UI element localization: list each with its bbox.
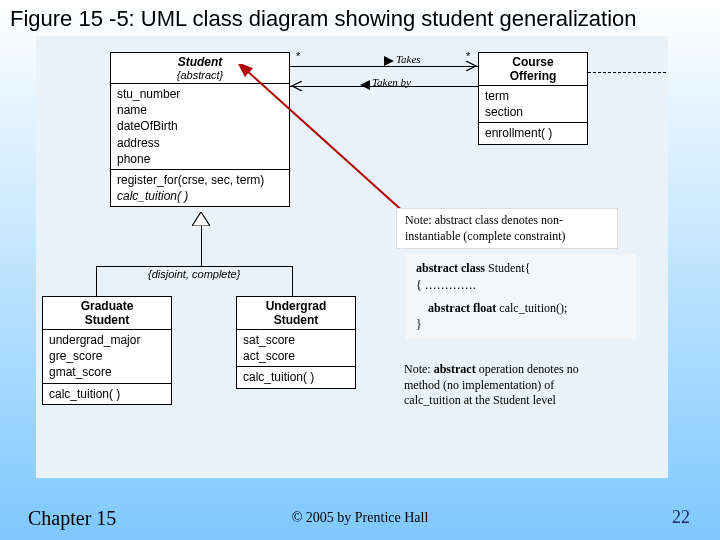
gen-constraint: {disjoint, complete} <box>148 268 240 280</box>
figure-title: Figure 15 -5: UML class diagram showing … <box>0 0 720 38</box>
mult-course: * <box>466 50 470 62</box>
class-ugrad-name: Undergrad Student <box>243 299 349 327</box>
gen-line-top <box>201 226 202 266</box>
generalization-triangle <box>192 212 208 226</box>
svg-marker-2 <box>192 212 210 226</box>
diagram-canvas: Student {abstract} stu_number name dateO… <box>36 36 668 478</box>
code-abstract-student: abstract class Student{ { …………. xxabstra… <box>406 254 636 339</box>
arrow-takes <box>466 61 476 71</box>
class-course-offering: Course Offering term section enrollment(… <box>478 52 588 145</box>
class-grad-name: Graduate Student <box>49 299 165 327</box>
class-ugrad-ops: calc_tuition( ) <box>237 367 355 387</box>
class-course-ops: enrollment( ) <box>479 123 587 143</box>
gen-line-grad <box>96 266 97 296</box>
class-grad-attrs: undergrad_major gre_score gmat_score <box>43 330 171 384</box>
gen-line-cross <box>96 266 292 267</box>
mult-student: * <box>296 50 300 62</box>
footer-copyright: © 2005 by Prentice Hall <box>0 510 720 526</box>
red-arrow <box>236 64 436 224</box>
note-abstract-operation: Note: abstract operation denotes no meth… <box>396 358 624 413</box>
note-abstract-class: Note: abstract class denotes non- instan… <box>396 208 618 249</box>
footer-page: 22 <box>672 507 690 528</box>
class-undergrad-student: Undergrad Student sat_score act_score ca… <box>236 296 356 389</box>
svg-line-4 <box>246 70 406 214</box>
class-graduate-student: Graduate Student undergrad_major gre_sco… <box>42 296 172 405</box>
gen-line-ugrad <box>292 266 293 296</box>
class-course-name: Course Offering <box>485 55 581 83</box>
class-ugrad-attrs: sat_score act_score <box>237 330 355 367</box>
dashed-line-right <box>588 72 666 73</box>
class-grad-ops: calc_tuition( ) <box>43 384 171 404</box>
class-course-attrs: term section <box>479 86 587 123</box>
